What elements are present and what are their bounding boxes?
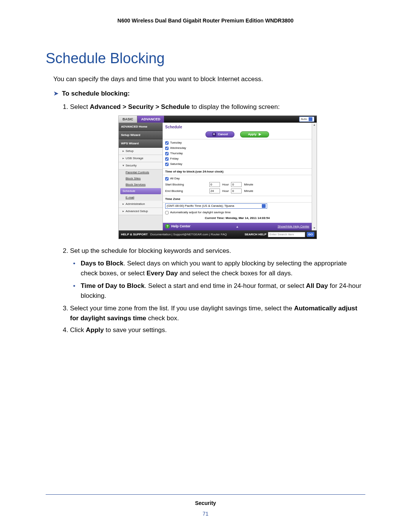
sidebar-block-sites[interactable]: Block Sites: [119, 176, 162, 182]
tab-basic[interactable]: BASIC: [119, 116, 137, 123]
time-of-day-title: Time of day to block:(use 24-hour clock): [163, 168, 312, 175]
close-icon: ✕: [212, 133, 216, 136]
help-center-bar[interactable]: ?Help Center ▴ Show/Hide Help Center: [163, 223, 312, 230]
show-hide-help-link[interactable]: Show/Hide Help Center: [277, 224, 309, 229]
sidebar-email[interactable]: E-mail: [119, 195, 162, 201]
footer-links[interactable]: Documentation | Support@NETGEAR.com | Ro…: [150, 233, 227, 236]
chevron-up-icon: ▴: [236, 224, 238, 229]
scroll-up-icon: ▴: [312, 123, 317, 127]
checkbox-thursday[interactable]: Thursday: [165, 151, 309, 156]
checkbox-all-day[interactable]: All Day: [165, 176, 309, 181]
page-footer: Security 71: [46, 494, 365, 517]
task-heading: ➤ To schedule blocking:: [53, 89, 365, 97]
start-minute-input[interactable]: [231, 182, 242, 187]
step-1: Select Advanced > Security > Schedule to…: [70, 102, 365, 239]
intro-paragraph: You can specify the days and time that y…: [53, 74, 365, 84]
current-time-label: Current Time: Monday, Mar 14, 2011 14:03…: [165, 215, 309, 221]
checkbox-wednesday[interactable]: Wednesday: [165, 145, 309, 151]
scrollbar[interactable]: ▴ ▾: [312, 123, 317, 230]
tab-advanced[interactable]: ADVANCED: [137, 116, 164, 123]
end-hour-input[interactable]: [209, 189, 220, 193]
sidebar-usb-storage[interactable]: ▸USB Storage: [119, 155, 162, 162]
step-2-bullet-days: Days to Block. Select days on which you …: [81, 259, 365, 278]
router-screenshot: BASICADVANCED Auto ADVANCED Home Setup W…: [118, 115, 317, 239]
checkbox-tuesday[interactable]: Tuesday: [165, 140, 309, 145]
chevron-right-icon: ▶: [259, 132, 261, 137]
checkbox-dst[interactable]: Automatically adjust for daylight saving…: [165, 210, 309, 215]
end-minute-input[interactable]: [231, 189, 242, 193]
auto-selector[interactable]: Auto: [299, 117, 314, 122]
sidebar-parental-controls[interactable]: Parental Controls: [119, 169, 162, 176]
scroll-down-icon: ▾: [312, 226, 317, 230]
sidebar-setup[interactable]: ▸Setup: [119, 148, 162, 155]
apply-button[interactable]: Apply▶: [240, 131, 269, 137]
page-title: Schedule Blocking: [46, 50, 365, 67]
sidebar-advanced-home[interactable]: ADVANCED Home: [119, 123, 162, 131]
go-button[interactable]: GO: [307, 232, 314, 237]
dropdown-icon: [262, 204, 266, 208]
doc-header: N600 Wireless Dual Band Gigabit Router P…: [46, 18, 365, 24]
help-support-label: HELP & SUPPORT: [121, 233, 148, 236]
start-blocking-row: Start Blocking Hour Minute: [165, 181, 309, 188]
help-icon: ?: [165, 224, 170, 228]
chapter-label: Security: [46, 500, 365, 506]
sidebar-block-services[interactable]: Block Services: [119, 182, 162, 188]
timezone-select[interactable]: (GMT-08:00) Pacific Time (US & Canada); …: [165, 203, 267, 209]
help-support-bar: HELP & SUPPORT Documentation | Support@N…: [119, 230, 317, 239]
sidebar-wps-wizard[interactable]: WPS Wizard: [119, 139, 162, 148]
step-2-bullet-time: Time of Day to Block. Select a start and…: [81, 281, 365, 300]
search-input[interactable]: [268, 232, 305, 237]
step-2: Set up the schedule for blocking keyword…: [70, 246, 365, 301]
checkbox-saturday[interactable]: Saturday: [165, 161, 309, 167]
content-title: Schedule: [163, 123, 312, 131]
chevron-right-icon: ➤: [53, 89, 60, 97]
start-hour-input[interactable]: [209, 182, 220, 187]
sidebar-administration[interactable]: ▸Administration: [119, 201, 162, 208]
dropdown-icon: [309, 117, 312, 121]
step-4: Click Apply to save your settings.: [70, 325, 365, 335]
checkbox-friday[interactable]: Friday: [165, 156, 309, 161]
tab-bar: BASICADVANCED Auto: [119, 116, 317, 123]
sidebar-schedule[interactable]: Schedule: [120, 188, 161, 194]
timezone-title: Time Zone: [163, 196, 312, 202]
step-3: Select your time zone from the list. If …: [70, 304, 365, 323]
sidebar: ADVANCED Home Setup Wizard WPS Wizard ▸S…: [119, 123, 163, 230]
end-blocking-row: End Blocking Hour Minute: [165, 188, 309, 194]
sidebar-security[interactable]: ▾Security: [119, 162, 162, 169]
sidebar-setup-wizard[interactable]: Setup Wizard: [119, 131, 162, 139]
content-pane: Schedule ✕Cancel Apply▶ Tuesday Wednesda…: [163, 123, 312, 230]
page-number: 71: [46, 511, 365, 517]
sidebar-advanced-setup[interactable]: ▸Advanced Setup: [119, 208, 162, 215]
search-help-label: SEARCH HELP: [245, 232, 266, 237]
days-section: Tuesday Wednesday Thursday Friday Saturd…: [163, 139, 312, 168]
cancel-button[interactable]: ✕Cancel: [206, 131, 234, 137]
